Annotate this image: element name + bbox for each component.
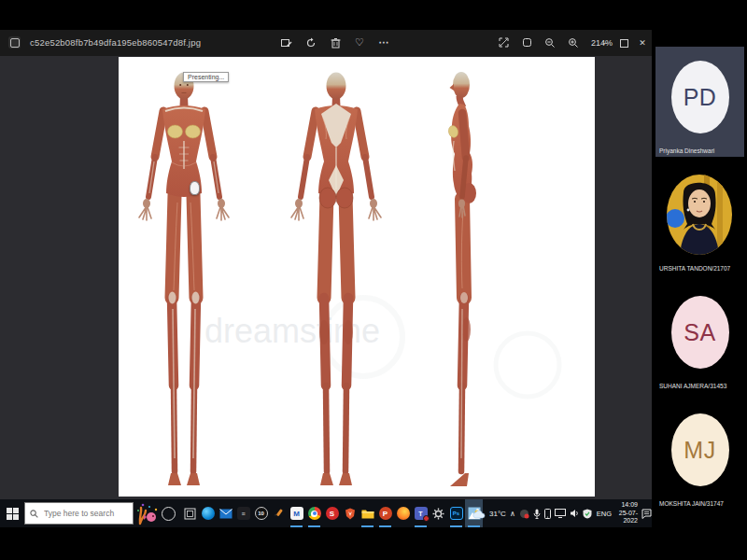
zoom-out-icon[interactable] xyxy=(543,35,557,50)
start-button[interactable] xyxy=(0,499,24,527)
avatar: SA xyxy=(671,296,729,369)
chrome-icon[interactable] xyxy=(305,499,323,527)
photos-app-icon xyxy=(8,36,21,49)
taskbar-search[interactable] xyxy=(24,502,134,525)
cortana-icon[interactable] xyxy=(162,507,176,521)
file-explorer-icon[interactable] xyxy=(359,499,376,527)
image-filename: c52e52b08fb7b49dfa195eb860547d8f.jpg xyxy=(30,37,201,48)
powerpoint-icon[interactable]: P xyxy=(376,499,394,527)
photos-titlebar: c52e52b08fb7b49dfa195eb860547d8f.jpg ♡ ⋯ xyxy=(0,30,652,56)
maximize-button[interactable] xyxy=(614,30,633,56)
search-icon xyxy=(30,510,38,518)
avatar: MJ xyxy=(671,413,729,486)
presenting-tooltip: Presenting... xyxy=(183,72,229,82)
ten-app-icon[interactable]: 10 xyxy=(252,499,270,527)
watermark-text: dreamstime xyxy=(204,312,380,350)
speaker-icon[interactable] xyxy=(570,509,579,518)
mail-icon[interactable] xyxy=(217,499,234,527)
rotate-icon[interactable] xyxy=(303,35,318,50)
search-input[interactable] xyxy=(42,508,128,519)
settings-icon[interactable] xyxy=(430,499,447,527)
action-center-icon[interactable] xyxy=(641,509,652,519)
photoshop-icon[interactable]: Ps xyxy=(447,499,465,527)
phone-icon[interactable] xyxy=(544,509,551,519)
participant-tile[interactable]: MJ MOKSHITA JAIN/31747 xyxy=(655,399,744,510)
security-icon[interactable] xyxy=(583,509,592,519)
zoom-in-icon[interactable] xyxy=(566,35,581,50)
show-hidden-icons-chevron[interactable]: ∧ xyxy=(510,510,515,518)
search-highlight-icon[interactable] xyxy=(134,501,160,525)
shared-screen: c52e52b08fb7b49dfa195eb860547d8f.jpg ♡ ⋯ xyxy=(0,0,747,560)
notification-badge-icon[interactable] xyxy=(519,509,529,519)
anatomy-figures: dreamstime xyxy=(119,57,595,497)
taskbar: ≡ 10 M S P T Ps 31°C ∧ ENG xyxy=(0,499,652,527)
task-view-button[interactable] xyxy=(181,499,199,527)
microphone-icon[interactable] xyxy=(533,509,541,519)
brave-icon[interactable] xyxy=(341,499,359,527)
weather-icon[interactable] xyxy=(472,509,486,519)
participant-tile[interactable]: PD Priyanka Dineshwari xyxy=(655,47,744,157)
add-to-favorites-icon[interactable]: ♡ xyxy=(352,35,367,50)
edit-and-create-icon[interactable] xyxy=(279,35,294,50)
date-label: 25-07-2022 xyxy=(619,510,638,525)
language-indicator[interactable]: ENG xyxy=(597,510,612,518)
fullscreen-icon[interactable] xyxy=(496,35,511,50)
edge-icon[interactable] xyxy=(199,499,217,527)
participant-tile[interactable]: SA SUHANI AJMERA/31453 xyxy=(655,282,744,392)
dark-app-icon[interactable]: ≡ xyxy=(234,499,252,527)
fit-to-window-icon[interactable] xyxy=(519,35,534,50)
avatar: PD xyxy=(671,61,729,133)
temperature-label[interactable]: 31°C xyxy=(489,510,506,518)
image-canvas[interactable]: dreamstime xyxy=(119,57,595,497)
photos-content-area: dreamstime xyxy=(0,56,652,499)
clock[interactable]: 14:09 25-07-2022 xyxy=(615,501,638,525)
time-label: 14:09 xyxy=(621,501,638,508)
figure-front-view xyxy=(139,73,229,486)
figure-back-view xyxy=(291,73,381,486)
m-app-icon[interactable]: M xyxy=(288,499,305,527)
delete-icon[interactable] xyxy=(328,35,343,50)
figure-side-view xyxy=(447,72,476,486)
display-icon[interactable] xyxy=(555,509,566,518)
pen-app-icon[interactable] xyxy=(270,499,288,527)
participant-name: URSHITA TANDON/21707 xyxy=(659,265,730,272)
participant-photo xyxy=(655,164,744,274)
s-app-icon[interactable]: S xyxy=(323,499,341,527)
participant-name: MOKSHITA JAIN/31747 xyxy=(659,500,724,507)
windows-logo-icon xyxy=(7,508,19,520)
mouse-cursor xyxy=(190,181,200,195)
participant-name: Priyanka Dineshwari xyxy=(659,147,714,154)
minimize-button[interactable]: – xyxy=(596,30,614,56)
teams-icon[interactable]: T xyxy=(412,499,430,527)
participant-tile[interactable]: URSHITA TANDON/21707 xyxy=(655,164,744,274)
firefox-icon[interactable] xyxy=(394,499,412,527)
close-button[interactable]: ✕ xyxy=(633,30,652,56)
participant-name: SUHANI AJMERA/31453 xyxy=(659,383,726,389)
see-more-icon[interactable]: ⋯ xyxy=(376,35,391,50)
